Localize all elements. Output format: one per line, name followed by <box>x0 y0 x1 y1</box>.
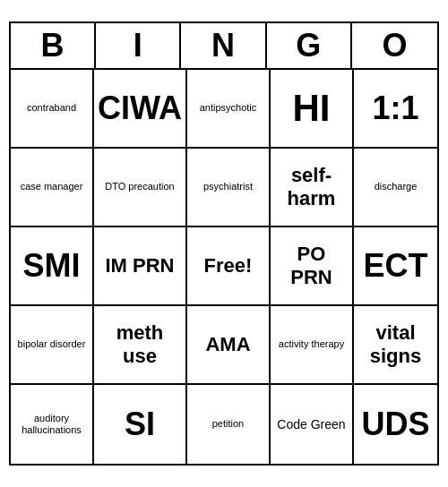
cell-text-16: meth use <box>98 321 182 369</box>
cell-text-11: IM PRN <box>106 254 175 278</box>
cell-text-17: AMA <box>205 333 250 356</box>
header-letter-N: N <box>181 23 266 68</box>
cell-text-22: petition <box>212 418 244 430</box>
cell-text-18: activity therapy <box>279 338 344 350</box>
cell-text-6: DTO precaution <box>105 181 174 192</box>
bingo-cell-7[interactable]: psychiatrist <box>187 149 271 227</box>
bingo-cell-0[interactable]: contraband <box>11 70 94 149</box>
cell-text-15: bipolar disorder <box>18 338 86 350</box>
header-letter-B: B <box>11 23 96 68</box>
bingo-cell-24[interactable]: UDS <box>354 385 437 464</box>
cell-text-24: UDS <box>361 405 429 443</box>
cell-text-3: HI <box>293 86 331 131</box>
bingo-cell-4[interactable]: 1:1 <box>354 70 437 149</box>
cell-text-19: vital signs <box>358 321 434 369</box>
cell-text-8: self-harm <box>274 164 349 211</box>
cell-text-13: PO PRN <box>274 243 349 290</box>
bingo-cell-21[interactable]: SI <box>94 385 187 464</box>
bingo-cell-6[interactable]: DTO precaution <box>94 149 187 227</box>
bingo-cell-20[interactable]: auditory hallucinations <box>11 385 94 464</box>
header-letter-I: I <box>96 23 181 68</box>
cell-text-12: Free! <box>204 254 253 278</box>
bingo-cell-23[interactable]: Code Green <box>271 385 354 464</box>
cell-text-14: ECT <box>364 246 428 285</box>
cell-text-10: SMI <box>22 246 80 285</box>
bingo-cell-14[interactable]: ECT <box>354 227 437 306</box>
cell-text-0: contraband <box>27 102 76 114</box>
bingo-cell-5[interactable]: case manager <box>11 149 94 227</box>
cell-text-23: Code Green <box>277 417 345 432</box>
bingo-cell-12[interactable]: Free! <box>187 227 271 306</box>
bingo-cell-3[interactable]: HI <box>271 70 354 149</box>
cell-text-20: auditory hallucinations <box>14 413 89 436</box>
bingo-cell-1[interactable]: CIWA <box>94 70 187 149</box>
bingo-cell-13[interactable]: PO PRN <box>271 227 354 306</box>
bingo-cell-22[interactable]: petition <box>187 385 271 464</box>
cell-text-5: case manager <box>21 181 83 192</box>
cell-text-4: 1:1 <box>372 89 418 127</box>
bingo-cell-9[interactable]: discharge <box>354 149 437 227</box>
header-letter-G: G <box>267 23 352 68</box>
cell-text-21: SI <box>125 405 155 443</box>
bingo-cell-19[interactable]: vital signs <box>354 306 437 385</box>
bingo-header: BINGO <box>11 23 437 70</box>
cell-text-1: CIWA <box>98 89 182 127</box>
header-letter-O: O <box>352 23 437 68</box>
bingo-cell-17[interactable]: AMA <box>187 306 271 385</box>
bingo-cell-10[interactable]: SMI <box>11 227 94 306</box>
cell-text-2: antipsychotic <box>200 102 257 114</box>
bingo-cell-8[interactable]: self-harm <box>271 149 354 227</box>
cell-text-7: psychiatrist <box>203 181 253 192</box>
bingo-card: BINGO contrabandCIWAantipsychoticHI1:1ca… <box>9 21 439 466</box>
bingo-cell-2[interactable]: antipsychotic <box>187 70 271 149</box>
bingo-cell-16[interactable]: meth use <box>94 306 187 385</box>
bingo-cell-18[interactable]: activity therapy <box>271 306 354 385</box>
bingo-cell-15[interactable]: bipolar disorder <box>11 306 94 385</box>
bingo-cell-11[interactable]: IM PRN <box>94 227 187 306</box>
cell-text-9: discharge <box>375 181 418 192</box>
bingo-grid: contrabandCIWAantipsychoticHI1:1case man… <box>11 70 437 464</box>
